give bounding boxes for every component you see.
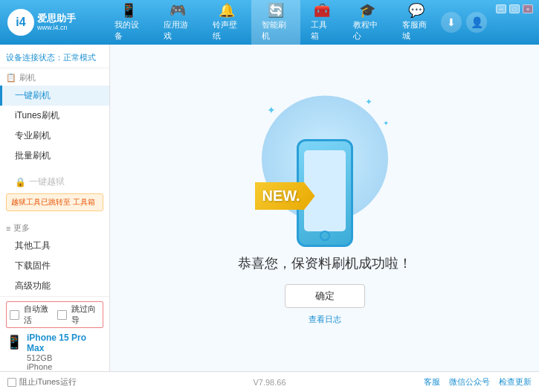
- nav-bar: 📱 我的设备 🎮 应用游戏 🔔 铃声壁纸 🔄 智能刷机 🧰 工具箱 🎓: [104, 0, 441, 46]
- content-area: NEW. ✦ ✦ ✦ 恭喜您，保资料刷机成功啦！ 确定 查看日志: [110, 45, 539, 371]
- phone-home-btn: [320, 231, 330, 241]
- auto-guide-checkbox[interactable]: [57, 310, 67, 320]
- sparkle-icon-2: ✦: [365, 97, 372, 107]
- close-btn[interactable]: ×: [523, 4, 533, 13]
- service-nav-icon: 💬: [408, 4, 425, 17]
- footer-wechat-link[interactable]: 微信公众号: [449, 376, 490, 388]
- nav-smart-flash[interactable]: 🔄 智能刷机: [251, 0, 300, 46]
- toolbox-nav-icon: 🧰: [314, 4, 330, 17]
- view-log-link[interactable]: 查看日志: [309, 314, 341, 325]
- footer-left: 阻止iTunes运行: [7, 376, 77, 388]
- app-nav-icon: 🎮: [170, 4, 186, 17]
- nav-ringtone[interactable]: 🔔 铃声壁纸: [202, 0, 251, 46]
- new-badge: NEW.: [255, 182, 315, 210]
- device-info-row: 📱 iPhone 15 Pro Max 512GB iPhone: [6, 331, 103, 373]
- flash-section-icon: 📋: [6, 73, 16, 83]
- tutorial-nav-icon: 🎓: [359, 4, 375, 17]
- no-itunes-checkbox[interactable]: [7, 378, 16, 387]
- sidebar-item-batch-flash[interactable]: 批量刷机: [0, 146, 109, 166]
- nav-toolbox[interactable]: 🧰 工具箱: [300, 0, 343, 46]
- user-btn[interactable]: 👤: [466, 12, 487, 33]
- more-icon: ≡: [6, 224, 10, 233]
- auto-activate-row: 自动激活 跳过向导: [6, 301, 103, 328]
- sidebar-bottom: 自动激活 跳过向导 📱 iPhone 15 Pro Max 512GB iPho…: [0, 296, 109, 377]
- device-details: iPhone 15 Pro Max 512GB iPhone: [27, 332, 103, 371]
- sidebar-item-itunes-flash[interactable]: iTunes刷机: [0, 106, 109, 126]
- lock-icon: 🔒: [15, 177, 26, 187]
- window-controls: ─ □ ×: [496, 4, 533, 13]
- sidebar-item-download-firmware[interactable]: 下载固件: [0, 256, 109, 276]
- status-bar: 设备连接状态：正常模式: [0, 48, 109, 68]
- confirm-button[interactable]: 确定: [285, 284, 365, 308]
- maximize-btn[interactable]: □: [509, 4, 520, 13]
- sidebar-item-advanced[interactable]: 高级功能: [0, 276, 109, 296]
- device-nav-icon: 📱: [120, 4, 137, 17]
- logo-area: i4 爱思助手 www.i4.cn: [7, 9, 104, 36]
- nav-my-device[interactable]: 📱 我的设备: [104, 0, 153, 46]
- footer-right: 客服 微信公众号 检查更新: [424, 376, 532, 388]
- logo-icon: i4: [7, 9, 34, 36]
- ringtone-nav-icon: 🔔: [219, 4, 235, 17]
- flash-section-title: 📋 刷机: [0, 68, 109, 86]
- sparkle-icon-1: ✦: [267, 104, 276, 116]
- topbar: i4 爱思助手 www.i4.cn 📱 我的设备 🎮 应用游戏 🔔 铃声壁纸: [0, 0, 539, 45]
- sidebar-item-pro-flash[interactable]: 专业刷机: [0, 126, 109, 146]
- sidebar-item-other-tools[interactable]: 其他工具: [0, 236, 109, 256]
- success-message: 恭喜您，保资料刷机成功啦！: [238, 254, 412, 272]
- flash-nav-icon: 🔄: [268, 4, 284, 17]
- minimize-btn[interactable]: ─: [496, 4, 506, 13]
- auto-activate-checkbox[interactable]: [10, 310, 19, 320]
- nav-service[interactable]: 💬 客服商城: [392, 0, 441, 46]
- nav-app-game[interactable]: 🎮 应用游戏: [153, 0, 202, 46]
- footer: 阻止iTunes运行 V7.98.66 客服 微信公众号 检查更新: [0, 371, 539, 392]
- more-section-title: ≡ 更多: [0, 219, 109, 236]
- logo-text: 爱思助手 www.i4.cn: [37, 13, 76, 32]
- topbar-right-icons: ⬇ 👤: [441, 12, 487, 33]
- sparkle-icon-3: ✦: [383, 119, 389, 127]
- footer-service-link[interactable]: 客服: [424, 376, 440, 388]
- sidebar: 设备连接状态：正常模式 📋 刷机 一键刷机 iTunes刷机 专业刷机 批量刷机…: [0, 45, 110, 371]
- nav-tutorial[interactable]: 🎓 教程中心: [343, 0, 392, 46]
- download-btn[interactable]: ⬇: [441, 12, 462, 33]
- sidebar-disabled-jailbreak: 🔒 一键越狱: [0, 172, 109, 192]
- footer-update-link[interactable]: 检查更新: [499, 376, 532, 388]
- sidebar-item-one-key-flash[interactable]: 一键刷机: [0, 86, 109, 106]
- device-phone-icon: 📱: [6, 334, 22, 350]
- footer-version: V7.98.66: [253, 378, 285, 387]
- jailbreak-warning: 越狱工具已跳转至 工具箱: [6, 193, 103, 211]
